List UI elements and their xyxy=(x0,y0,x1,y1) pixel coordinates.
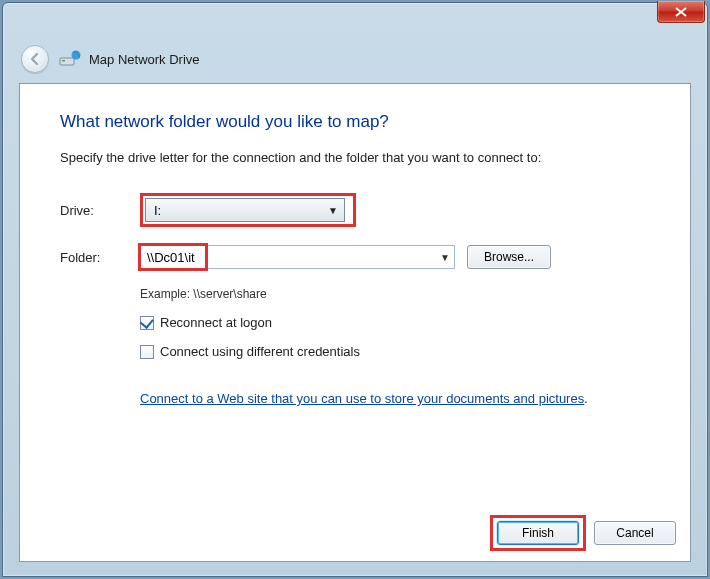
website-link-row: Connect to a Web site that you can use t… xyxy=(140,373,650,406)
finish-button[interactable]: Finish xyxy=(497,521,579,545)
cancel-button[interactable]: Cancel xyxy=(594,521,676,545)
svg-point-2 xyxy=(72,51,81,60)
annotation-highlight-folder xyxy=(138,243,208,271)
drive-row: Drive: I: ▼ xyxy=(60,193,650,227)
page-subtext: Specify the drive letter for the connect… xyxy=(60,150,650,165)
page-heading: What network folder would you like to ma… xyxy=(60,112,650,132)
back-arrow-icon xyxy=(28,52,42,66)
drive-label: Drive: xyxy=(60,203,140,218)
annotation-highlight-drive: I: ▼ xyxy=(140,193,356,227)
example-text: Example: \\server\share xyxy=(140,287,650,301)
link-period: . xyxy=(584,392,587,406)
folder-label: Folder: xyxy=(60,250,140,265)
annotation-highlight-finish: Finish xyxy=(490,515,586,551)
folder-row: Folder: ▼ Browse... xyxy=(60,245,650,269)
credentials-label: Connect using different credentials xyxy=(160,344,360,359)
reconnect-row: Reconnect at logon xyxy=(140,315,650,330)
footer: Finish Cancel xyxy=(490,515,676,551)
reconnect-checkbox[interactable] xyxy=(140,316,154,330)
wizard-window: Map Network Drive What network folder wo… xyxy=(2,2,708,577)
header-bar: Map Network Drive xyxy=(11,41,699,77)
svg-rect-1 xyxy=(62,60,65,62)
window-title: Map Network Drive xyxy=(89,52,200,67)
credentials-row: Connect using different credentials xyxy=(140,344,650,359)
credentials-checkbox[interactable] xyxy=(140,345,154,359)
drive-select[interactable]: I: ▼ xyxy=(145,198,345,222)
content-panel: What network folder would you like to ma… xyxy=(19,83,691,562)
close-icon xyxy=(675,7,687,17)
back-button[interactable] xyxy=(21,45,49,73)
titlebar-controls xyxy=(657,1,705,23)
title-group: Map Network Drive xyxy=(59,49,200,69)
network-drive-icon xyxy=(59,49,81,69)
browse-button[interactable]: Browse... xyxy=(467,245,551,269)
connect-website-link[interactable]: Connect to a Web site that you can use t… xyxy=(140,391,584,406)
drive-value: I: xyxy=(154,203,161,218)
folder-combobox[interactable]: ▼ xyxy=(140,245,455,269)
close-button[interactable] xyxy=(657,1,705,23)
folder-input[interactable] xyxy=(141,246,205,268)
reconnect-label: Reconnect at logon xyxy=(160,315,272,330)
chevron-down-icon: ▼ xyxy=(328,205,338,216)
chevron-down-icon[interactable]: ▼ xyxy=(436,246,454,268)
